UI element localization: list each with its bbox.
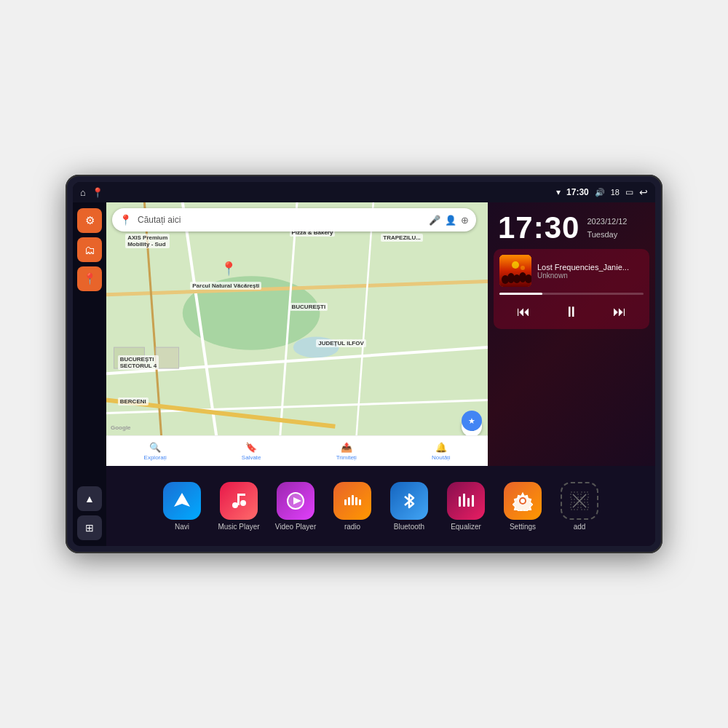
sidebar-map-btn[interactable]: 📍 [77, 266, 102, 291]
navi-arrow-svg [172, 491, 192, 511]
mic-icon[interactable]: 🎤 [429, 215, 440, 226]
music-section: Lost Frequencies_Janie... Unknown ⏮ ⏸ ⏭ [494, 249, 649, 329]
svg-rect-12 [156, 347, 178, 368]
equalizer-label: Equalizer [451, 523, 481, 531]
map-tabs: 🔍 Explorați 🔖 Salvate 📤 Trimiteți [106, 435, 488, 466]
svg-rect-37 [467, 499, 470, 507]
svg-point-22 [232, 502, 238, 508]
settings-icon: ⚙ [85, 214, 95, 227]
map-label-axis: AXIS PremiumMobility - Sud [125, 234, 170, 248]
back-icon[interactable]: ↩ [639, 186, 648, 198]
svg-rect-33 [459, 498, 461, 507]
map-panel[interactable]: AXIS PremiumMobility - Sud Pizza & Baker… [106, 202, 488, 466]
next-button[interactable]: ⏭ [607, 301, 632, 323]
play-btn-svg [285, 491, 306, 511]
svg-rect-39 [472, 496, 474, 507]
layers-icon[interactable]: ⊕ [461, 215, 469, 226]
svg-point-23 [240, 500, 246, 506]
settings-app-icon [504, 482, 542, 520]
music-progress-bar [499, 293, 644, 295]
sidebar-nav-btn[interactable]: ▲ [77, 486, 102, 511]
svg-point-20 [521, 266, 525, 270]
map-search-text: Căutați aici [138, 215, 423, 225]
svg-point-19 [512, 261, 519, 269]
bluetooth-label: Bluetooth [394, 523, 424, 531]
sidebar-settings-btn[interactable]: ⚙ [77, 208, 102, 233]
map-tab-news[interactable]: 🔔 Noutăți [432, 442, 450, 461]
app-navi[interactable]: Navi [156, 482, 208, 531]
clock-date-line1: 2023/12/12 [587, 215, 627, 229]
sidebar-spacer [77, 296, 102, 482]
home-icon[interactable]: ⌂ [80, 187, 86, 198]
equalizer-icon [447, 482, 485, 520]
svg-rect-29 [348, 497, 350, 505]
map-tab-news-label: Noutăți [432, 454, 450, 461]
map-tab-share-label: Trimiteți [336, 454, 357, 461]
google-maps-icon: 📍 [119, 214, 132, 226]
app-music-player[interactable]: Music Player [213, 482, 265, 531]
sidebar: ⚙ 🗂 📍 ▲ ⊞ [73, 202, 106, 546]
wifi-icon: ▾ [556, 187, 561, 197]
sidebar-apps-btn[interactable]: ⊞ [77, 515, 102, 540]
music-note-svg [229, 491, 249, 511]
info-panel: 17:30 2023/12/12 Tuesday [488, 202, 655, 466]
device-shell: ⌂ 📍 ▾ 17:30 🔊 18 ▭ ↩ ⚙ 🗂 [66, 175, 662, 553]
battery-level: 18 [611, 188, 620, 197]
radio-icon [333, 482, 371, 520]
map-tab-explore[interactable]: 🔍 Explorați [144, 442, 167, 461]
music-controls: ⏮ ⏸ ⏭ [499, 301, 644, 323]
news-icon: 🔔 [435, 442, 447, 453]
map-tab-saved[interactable]: 🔖 Salvate [242, 442, 261, 461]
settings-app-label: Settings [510, 523, 536, 531]
app-equalizer[interactable]: Equalizer [440, 482, 492, 531]
svg-rect-35 [463, 495, 465, 507]
map-tab-share[interactable]: 📤 Trimiteți [336, 442, 357, 461]
pause-button[interactable]: ⏸ [558, 301, 585, 323]
radio-wave-svg [342, 491, 363, 511]
app-grid: Navi Music Player [114, 482, 648, 531]
app-radio[interactable]: radio [326, 482, 379, 531]
map-star-btn[interactable]: ★ [462, 411, 482, 431]
app-settings[interactable]: Settings [496, 482, 549, 531]
clock-time: 17:30 [498, 213, 579, 243]
nav-arrow-icon: ▲ [84, 493, 95, 505]
bluetooth-svg [399, 491, 419, 511]
svg-rect-31 [355, 497, 357, 505]
app-bluetooth[interactable]: Bluetooth [383, 482, 435, 531]
sidebar-files-btn[interactable]: 🗂 [77, 237, 102, 262]
top-section: AXIS PremiumMobility - Sud Pizza & Baker… [106, 202, 655, 466]
map-label-park: Parcul Natural Văcărești [190, 282, 261, 290]
map-icon: 📍 [83, 272, 97, 285]
app-add[interactable]: add [553, 482, 606, 531]
files-icon: 🗂 [84, 244, 95, 256]
app-grid-section: Navi Music Player [106, 466, 655, 546]
map-pin-icon[interactable]: 📍 [92, 187, 103, 198]
svg-marker-21 [174, 493, 190, 507]
svg-rect-32 [359, 499, 361, 505]
status-bar: ⌂ 📍 ▾ 17:30 🔊 18 ▭ ↩ [73, 182, 655, 202]
svg-rect-34 [459, 496, 461, 499]
map-tab-explore-label: Explorați [144, 454, 167, 461]
share-icon: 📤 [341, 442, 352, 453]
map-tab-saved-label: Salvate [242, 454, 261, 461]
saved-icon: 🔖 [245, 442, 257, 453]
navi-label: Navi [175, 523, 189, 531]
clock-section: 17:30 2023/12/12 Tuesday [488, 202, 655, 249]
map-search-bar[interactable]: 📍 Căutați aici 🎤 👤 ⊕ [112, 208, 476, 232]
music-info: Lost Frequencies_Janie... Unknown [499, 255, 644, 287]
map-pin: 📍 [221, 261, 237, 277]
map-label-s4: BUCUREȘTISECTORUL 4 [118, 355, 159, 370]
map-search-icons: 🎤 👤 ⊕ [429, 215, 469, 226]
prev-button[interactable]: ⏮ [511, 301, 536, 323]
battery-icon: ▭ [625, 187, 633, 197]
music-progress-fill [499, 293, 542, 295]
map-label-berceni: BERCENI [118, 397, 149, 405]
map-background: AXIS PremiumMobility - Sud Pizza & Baker… [106, 202, 488, 466]
main-area: ⚙ 🗂 📍 ▲ ⊞ [73, 202, 655, 546]
account-icon[interactable]: 👤 [445, 215, 456, 226]
content-area: AXIS PremiumMobility - Sud Pizza & Baker… [106, 202, 655, 546]
svg-rect-36 [463, 494, 465, 496]
music-title: Lost Frequencies_Janie... [537, 263, 644, 272]
app-video-player[interactable]: Video Player [269, 482, 322, 531]
svg-rect-38 [467, 498, 470, 500]
